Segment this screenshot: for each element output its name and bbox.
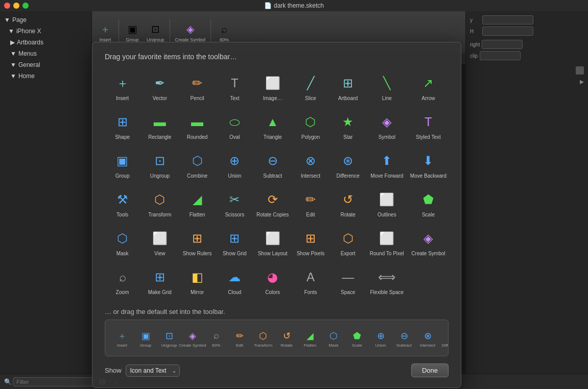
toolbar-insert[interactable]: ＋ Insert <box>94 20 116 44</box>
tool-item-mask[interactable]: ⬡Mask <box>105 224 140 261</box>
tool-item-view[interactable]: ⬜View <box>142 224 177 261</box>
sidebar-header-iphone[interactable]: ▼ iPhone X <box>0 26 91 37</box>
tool-item-colors[interactable]: ◕Colors <box>254 263 291 300</box>
toolbar-create-symbol[interactable]: ◈ Create Symbol <box>172 20 209 44</box>
tool-item-slice[interactable]: ╱Slice <box>293 69 328 106</box>
strip-item-flatten[interactable]: ◢Flatten <box>299 327 321 350</box>
tool-item-polygon[interactable]: ⬡Polygon <box>293 108 328 144</box>
filter-input[interactable] <box>13 377 95 386</box>
tool-item-flatten[interactable]: ◢Flatten <box>179 185 215 222</box>
tool-item-space[interactable]: —Space <box>331 263 366 300</box>
tool-item-shape[interactable]: ⊞Shape <box>105 108 140 144</box>
tool-item-transform[interactable]: ⬡Transform <box>142 185 177 222</box>
strip-item-union[interactable]: ⊕Union <box>370 327 391 350</box>
sidebar-header-page[interactable]: ▼ Page <box>0 14 91 26</box>
tool-item-image[interactable]: ⬜Image… <box>254 69 291 106</box>
maximize-button[interactable] <box>22 3 29 9</box>
tool-item-artboard[interactable]: ⊞Artboard <box>331 69 366 106</box>
tool-item-line[interactable]: ╲Line <box>368 69 406 106</box>
strip-item-create-symbol[interactable]: ◈Create Symbol <box>182 327 203 350</box>
tool-item-round-to-pixel[interactable]: ⬜Round To Pixel <box>368 224 406 261</box>
strip-item-zoom[interactable]: ⌕60% <box>205 327 227 350</box>
tool-item-rectangle[interactable]: ▬Rectangle <box>142 108 177 144</box>
tool-item-show-pixels[interactable]: ⊞Show Pixels <box>293 224 328 261</box>
strip-item-insert[interactable]: ＋Insert <box>111 327 133 350</box>
tool-item-fonts[interactable]: AFonts <box>293 263 328 300</box>
show-rulers-label: Show Rulers <box>183 251 212 257</box>
tool-item-group[interactable]: ▣Group <box>105 147 140 183</box>
tool-item-symbol[interactable]: ◈Symbol <box>368 108 406 144</box>
tool-item-edit[interactable]: ✏Edit <box>293 185 328 222</box>
tool-item-text[interactable]: TText <box>217 69 252 106</box>
tool-item-scale[interactable]: ⬟Scale <box>408 185 449 222</box>
right-input[interactable] <box>482 40 523 49</box>
strip-item-intersect[interactable]: ⊗Intersect <box>417 327 438 350</box>
tool-item-triangle[interactable]: ▲Triangle <box>254 108 291 144</box>
tool-item-arrow[interactable]: ↗Arrow <box>408 69 449 106</box>
sidebar-header-general[interactable]: ▼ General <box>0 59 91 70</box>
arrow-icon-iphone: ▼ <box>8 28 14 35</box>
tool-item-vector[interactable]: ✒Vector <box>142 69 177 106</box>
tool-item-subtract[interactable]: ⊖Subtract <box>254 147 291 183</box>
rotate-label: Rotate <box>340 212 355 218</box>
fonts-icon: A <box>300 267 321 287</box>
tool-item-outlines[interactable]: ⬜Outlines <box>368 185 406 222</box>
tool-item-move-forward[interactable]: ⬆Move Forward <box>368 147 406 183</box>
tool-item-move-backward[interactable]: ⬇Move Backward <box>408 147 449 183</box>
sidebar-header-home[interactable]: ▼ Home <box>0 70 91 82</box>
tool-item-zoom[interactable]: ⌕Zoom <box>105 263 140 300</box>
close-button[interactable] <box>4 3 10 9</box>
tool-item-combine[interactable]: ⬡Combine <box>179 147 215 183</box>
clip-input[interactable] <box>480 51 521 60</box>
tool-item-rotate-copies[interactable]: ⟳Rotate Copies <box>254 185 291 222</box>
tool-item-scissors[interactable]: ✂Scissors <box>217 185 252 222</box>
tool-item-ungroup[interactable]: ⊡Ungroup <box>142 147 177 183</box>
tool-item-rounded[interactable]: ▬Rounded <box>179 108 215 144</box>
tool-item-flexible-space[interactable]: ⟺Flexible Space <box>368 263 406 300</box>
strip-item-transform[interactable]: ⬡Transform <box>252 327 274 350</box>
rounded-label: Rounded <box>187 134 208 140</box>
strip-item-edit[interactable]: ✏Edit <box>229 327 250 350</box>
done-button[interactable]: Done <box>411 363 449 377</box>
strip-item-subtract[interactable]: ⊖Subtract <box>393 327 415 350</box>
tool-item-show-grid[interactable]: ⊞Show Grid <box>217 224 252 261</box>
sidebar-header-artboards[interactable]: ▶ Artboards <box>0 37 91 48</box>
tool-item-show-rulers[interactable]: ⊞Show Rulers <box>179 224 215 261</box>
arrow-icon: ↗ <box>418 73 438 93</box>
tool-item-star[interactable]: ★Star <box>331 108 366 144</box>
strip-item-difference[interactable]: ⊛Difference <box>440 327 449 350</box>
intersect-label: Intersect <box>301 173 320 179</box>
tool-item-union[interactable]: ⊕Union <box>217 147 252 183</box>
tool-item-mirror[interactable]: ◧Mirror <box>179 263 215 300</box>
toolbar-ungroup[interactable]: ⊡ Ungroup <box>144 20 168 44</box>
tool-item-tools[interactable]: ⚒Tools <box>105 185 140 222</box>
tool-item-oval[interactable]: ⬭Oval <box>217 108 252 144</box>
y-input[interactable] <box>482 15 533 25</box>
tool-item-make-grid[interactable]: ⊞Make Grid <box>142 263 177 300</box>
expand-arrow[interactable]: ▸ <box>470 77 584 86</box>
tool-item-insert[interactable]: ＋Insert <box>105 69 140 106</box>
tool-item-export[interactable]: ⬡Export <box>331 224 366 261</box>
strip-item-rotate[interactable]: ↺Rotate <box>276 327 297 350</box>
strip-item-ungroup[interactable]: ⊡Ungroup <box>158 327 180 350</box>
tool-item-show-layout[interactable]: ⬜Show Layout <box>254 224 291 261</box>
toolbar-group[interactable]: ▣ Group <box>121 20 144 44</box>
tool-item-rotate[interactable]: ↺Rotate <box>331 185 366 222</box>
tool-item-cloud[interactable]: ☁Cloud <box>217 263 252 300</box>
h-input[interactable] <box>482 27 533 36</box>
strip-item-group[interactable]: ▣Group <box>135 327 156 350</box>
tool-item-intersect[interactable]: ⊗Intersect <box>293 147 328 183</box>
tool-item-pencil[interactable]: ✏Pencil <box>179 69 215 106</box>
minimize-button[interactable] <box>13 3 19 9</box>
tool-item-difference[interactable]: ⊛Difference <box>331 147 366 183</box>
strip-item-mask[interactable]: ⬡Mask <box>323 327 344 350</box>
tool-item-styled-text[interactable]: TStyled Text <box>408 108 449 144</box>
insert-icon: ＋ <box>112 73 133 93</box>
tool-item-create-symbol[interactable]: ◈Create Symbol <box>408 224 449 261</box>
show-select[interactable]: Icon and Text Icon Only Text Only <box>126 364 180 377</box>
show-select-wrapper[interactable]: Icon and Text Icon Only Text Only <box>126 364 180 377</box>
toolbar-zoom[interactable]: ⌕ 60% <box>213 20 236 44</box>
pencil-label: Pencil <box>190 95 204 102</box>
sidebar-header-menus[interactable]: ▼ Menus <box>0 48 91 59</box>
strip-item-scale[interactable]: ⬟Scale <box>346 327 368 350</box>
